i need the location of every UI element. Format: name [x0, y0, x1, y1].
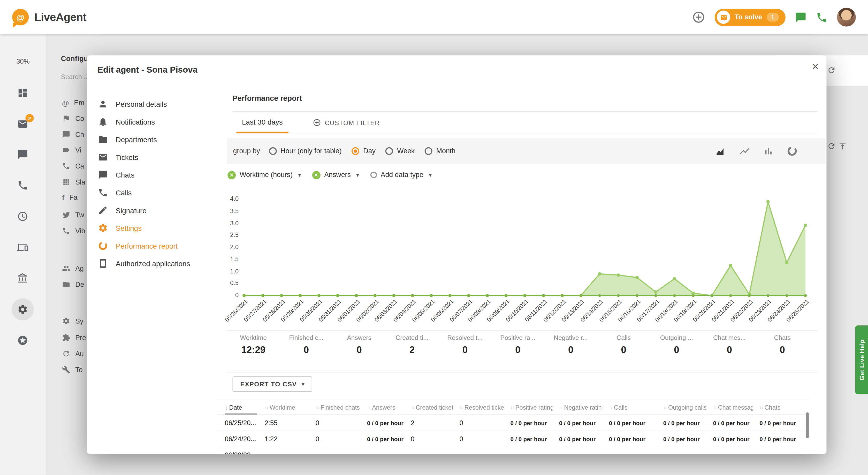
column-header-negative-rating[interactable]: ↑↓Negative rating — [552, 400, 602, 414]
upload-icon[interactable] — [838, 141, 847, 150]
sidebar-item-devices[interactable] — [17, 242, 28, 253]
column-header-resolved-tickets[interactable]: ↑↓Resolved tickets — [453, 400, 504, 414]
brand-name: LiveAgent — [34, 11, 86, 24]
column-header-finished-chats[interactable]: ↑↓Finished chats — [309, 400, 360, 414]
sidebar-item-history[interactable] — [17, 211, 28, 222]
donut-chart-icon[interactable] — [786, 146, 798, 157]
sidebar-item-phone[interactable] — [17, 180, 28, 191]
topbar: @ LiveAgent To solve 1 — [0, 0, 868, 34]
remove-icon[interactable]: × — [312, 171, 320, 179]
tab-custom-filter[interactable]: CUSTOM FILTER — [307, 112, 385, 134]
config-item-ag[interactable]: Ag — [62, 264, 84, 273]
data-type-chip-worktime-hours[interactable]: ×Worktime (hours)▾ — [227, 171, 301, 179]
agent-nav-tickets[interactable]: Tickets — [91, 148, 223, 166]
column-header-chat-messages[interactable]: ↑↓Chat messages — [707, 400, 753, 414]
config-item-label: Sla — [75, 178, 85, 186]
column-header-positive-rating[interactable]: ↑↓Positive rating — [504, 400, 552, 414]
sidebar-item-chat[interactable] — [17, 149, 28, 160]
live-help-tab[interactable]: Get Live Help — [855, 325, 868, 394]
grid-icon — [62, 178, 70, 186]
sidebar-item-star[interactable] — [17, 335, 28, 346]
add-circle-icon[interactable] — [370, 171, 377, 178]
column-header-worktime[interactable]: ↑↓Worktime — [258, 400, 309, 414]
column-header-chats[interactable]: ↑↓Chats — [753, 400, 810, 414]
refresh-icon — [827, 66, 836, 75]
config-item-vib[interactable]: Vib — [62, 227, 85, 235]
sidebar-item-bank[interactable] — [17, 273, 28, 284]
column-header-date[interactable]: ↓Date — [218, 400, 258, 414]
add-circle-icon[interactable] — [692, 10, 705, 24]
table-cell — [404, 447, 453, 454]
edit-agent-modal: Edit agent - Sona Pisova × Personal deta… — [87, 55, 826, 454]
config-item-label: Sy — [75, 317, 83, 325]
sidebar-item-settings[interactable] — [12, 298, 34, 320]
sidebar-item-dashboard[interactable] — [17, 87, 28, 98]
config-item-ch[interactable]: Ch — [62, 130, 84, 138]
sort-icon: ↑↓ — [316, 405, 319, 410]
config-item-fa[interactable]: fFa — [62, 194, 78, 201]
area-chart-icon[interactable] — [715, 146, 726, 157]
data-type-chip-add-data-type[interactable]: Add data type▾ — [370, 171, 432, 179]
config-item-de[interactable]: De — [62, 280, 84, 289]
config-item-em[interactable]: @Em — [62, 99, 85, 107]
sort-icon: ↑↓ — [265, 405, 268, 410]
table-cell — [258, 447, 309, 454]
agent-nav-chats[interactable]: Chats — [91, 166, 223, 184]
phone-icon[interactable] — [816, 11, 828, 23]
donut-chart-icon — [786, 146, 798, 157]
avatar[interactable] — [837, 8, 856, 27]
chevron-down-icon[interactable]: ▾ — [298, 172, 301, 178]
table-cell: 0 / 0 per hour — [360, 431, 404, 447]
config-item-to[interactable]: To — [62, 366, 83, 374]
column-header-created-tickets[interactable]: ↑↓Created tickets — [404, 400, 453, 414]
bar-chart-icon[interactable] — [763, 146, 774, 157]
config-item-ca[interactable]: Ca — [62, 162, 84, 170]
tab-last-30-days[interactable]: Last 30 days — [236, 112, 288, 134]
summary-stats: Worktime12:29Finished c...0Answers0Creat… — [227, 335, 809, 356]
report-table: ↓Date↑↓Worktime↑↓Finished chats↑↓Answers… — [218, 400, 810, 454]
data-type-chip-answers[interactable]: ×Answers▾ — [312, 171, 359, 179]
config-item-tw[interactable]: Tw — [62, 211, 84, 219]
refresh-icon[interactable] — [827, 66, 836, 75]
config-item-sla[interactable]: Sla — [62, 178, 85, 186]
search-input[interactable]: Search ... — [61, 73, 89, 81]
nav-item-label: Settings — [116, 224, 142, 232]
config-item-co[interactable]: Co — [62, 114, 84, 123]
refresh-icon[interactable] — [827, 141, 836, 150]
agent-nav-settings[interactable]: Settings — [91, 219, 223, 237]
config-item-vi[interactable]: Vi — [62, 146, 82, 154]
group-by-week[interactable]: Week — [385, 147, 414, 155]
agent-nav-notifications[interactable]: Notifications — [91, 113, 223, 131]
agent-nav-personal-details[interactable]: Personal details — [91, 95, 223, 113]
to-solve-button[interactable]: To solve 1 — [715, 8, 785, 26]
chevron-down-icon[interactable]: ▾ — [429, 172, 432, 178]
chevron-down-icon[interactable]: ▾ — [356, 172, 359, 178]
sidebar-item-mail[interactable]: 2 — [17, 118, 28, 129]
config-item-label: Pre — [75, 334, 86, 341]
nav-item-label: Calls — [116, 188, 132, 197]
export-to-csv-button[interactable]: EXPORT TO CSV ▾ — [232, 376, 312, 392]
remove-icon[interactable]: × — [227, 171, 236, 179]
agent-nav-signature[interactable]: Signature — [91, 201, 223, 219]
column-label: Chats — [765, 404, 781, 411]
table-scrollbar[interactable] — [806, 412, 809, 438]
agent-nav-calls[interactable]: Calls — [91, 184, 223, 201]
agent-nav-departments[interactable]: Departments — [91, 130, 223, 148]
line-chart-icon[interactable] — [739, 146, 750, 157]
stat-chat-mes: Chat mes...0 — [703, 335, 756, 356]
column-header-answers[interactable]: ↑↓Answers — [360, 400, 404, 414]
column-header-calls[interactable]: ↑↓Calls — [602, 400, 656, 414]
group-by-day[interactable]: Day — [351, 147, 376, 155]
group-by-hour-only-for-table[interactable]: Hour (only for table) — [269, 147, 342, 155]
agent-nav-authorized-applications[interactable]: Authorized applications — [91, 255, 223, 273]
config-item-pre[interactable]: Pre — [62, 334, 86, 342]
group-by-month[interactable]: Month — [425, 147, 456, 155]
config-item-sy[interactable]: Sy — [62, 317, 84, 325]
close-icon[interactable]: × — [812, 60, 818, 73]
config-item-au[interactable]: Au — [62, 349, 84, 358]
chat-icon[interactable] — [795, 11, 806, 23]
agent-nav-performance-report[interactable]: Performance report — [91, 237, 223, 255]
column-header-outgoing-calls[interactable]: ↑↓Outgoing calls — [656, 400, 707, 414]
dashboard-icon — [17, 87, 28, 98]
chat-icon — [17, 149, 28, 160]
